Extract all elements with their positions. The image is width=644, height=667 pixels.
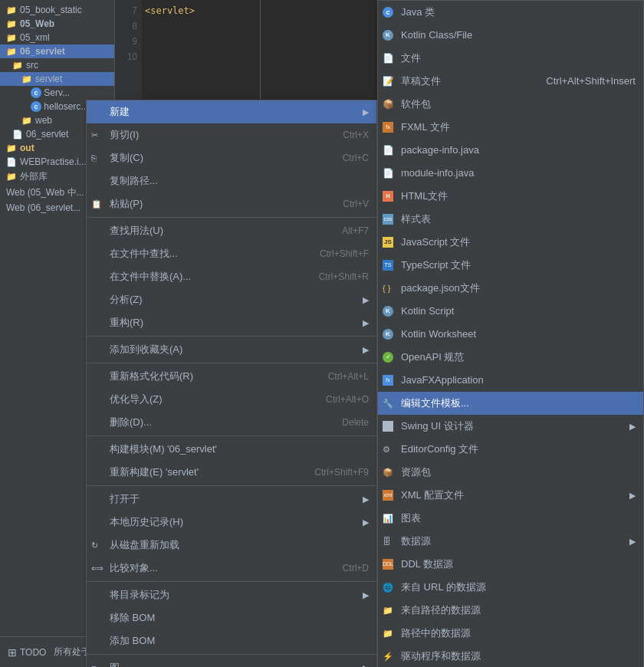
sm-file[interactable]: 📄 文件: [378, 47, 643, 70]
separator-5: [87, 485, 376, 486]
sm-ts[interactable]: TS TypeScript 文件: [378, 254, 643, 277]
ctx-find-usages[interactable]: 查找用法(U) Alt+F7: [87, 219, 376, 242]
sm-javafx[interactable]: fx JavaFXApplication: [378, 369, 643, 392]
sm-kotlin-script[interactable]: K Kotlin Script: [378, 300, 643, 323]
ctx-copy-path[interactable]: 复制路径...: [87, 169, 376, 192]
sm-openapi[interactable]: ✓ OpenAPI 规范: [378, 346, 643, 369]
separator-1: [87, 217, 376, 218]
line-10: 10: [115, 49, 142, 64]
ctx-add-bom[interactable]: 添加 BOM: [87, 629, 376, 652]
driver-ds-icon: ⚡: [383, 648, 393, 665]
ctx-new[interactable]: 新建 ▶: [87, 100, 376, 123]
sm-package-info[interactable]: 📄 package-info.java: [378, 139, 643, 162]
ctx-copy[interactable]: ⎘ 复制(C) Ctrl+C: [87, 146, 376, 169]
ctx-refactor[interactable]: 重构(R) ▶: [87, 311, 376, 334]
scratch-icon: 📝: [383, 73, 394, 90]
ctx-reload[interactable]: ↻ 从磁盘重新加载: [87, 534, 376, 557]
sm-package[interactable]: 📦 软件包: [378, 93, 643, 116]
arrow-icon: ▶: [363, 314, 369, 331]
java-class-icon: c: [383, 7, 393, 18]
ctx-add-favorites[interactable]: 添加到收藏夹(A) ▶: [87, 338, 376, 361]
code-line-1: <servlet>: [142, 3, 260, 18]
ddl-icon: DDL: [383, 559, 393, 570]
kotlin-worksheet-icon: K: [383, 329, 393, 340]
line-9: 9: [115, 34, 142, 49]
ctx-local-history[interactable]: 本地历史记录(H) ▶: [87, 511, 376, 534]
sm-swing-ui[interactable]: Swing UI 设计器 ▶: [378, 415, 643, 438]
ctx-cut[interactable]: ✂ 剪切(I) Ctrl+X: [87, 123, 376, 146]
sm-datasource[interactable]: 🗄 数据源 ▶: [378, 530, 643, 553]
tree-item-src[interactable]: 📁 src: [0, 58, 114, 72]
folder-icon: 📁: [6, 33, 17, 43]
sm-css[interactable]: css 样式表: [378, 208, 643, 231]
sm-html[interactable]: H HTML文件: [378, 185, 643, 208]
kotlin-icon: K: [383, 30, 393, 41]
sm-ddl[interactable]: DDL DDL 数据源: [378, 553, 643, 576]
sm-java-class[interactable]: c Java 类: [378, 1, 643, 24]
context-menu-primary: 新建 ▶ ✂ 剪切(I) Ctrl+X ⎘ 复制(C) Ctrl+C 复制路径.…: [86, 100, 377, 667]
sm-kotlin-class[interactable]: K Kotlin Class/File: [378, 24, 643, 47]
separator-4: [87, 435, 376, 436]
tree-item-servlet-pkg[interactable]: 📁 servlet: [0, 72, 114, 86]
edit-template-icon: 🔧: [383, 395, 393, 412]
openapi-icon: ✓: [383, 352, 393, 363]
package-icon: 📦: [383, 96, 394, 113]
folder-icon: 📁: [6, 143, 17, 153]
scissors-icon: ✂: [91, 127, 98, 143]
todo-section[interactable]: ⊞ TODO: [8, 646, 46, 659]
folder-icon: 📁: [6, 172, 17, 182]
html-icon: H: [383, 191, 393, 202]
folder-icon: 📁: [21, 116, 32, 126]
ctx-reformat[interactable]: 重新格式化代码(R) Ctrl+Alt+L: [87, 365, 376, 388]
arrow-icon: ▶: [629, 533, 636, 550]
tree-item-book-static[interactable]: 📁 05_book_static: [0, 3, 114, 17]
servlet-tag: <servlet>: [145, 5, 195, 16]
sm-xml-config[interactable]: xml XML 配置文件 ▶: [378, 484, 643, 507]
sm-js[interactable]: JS JavaScript 文件: [378, 231, 643, 254]
arrow-icon: ▶: [363, 491, 369, 508]
swing-icon: [383, 421, 393, 432]
folder-icon: 📁: [6, 5, 17, 15]
java-icon: c: [31, 101, 41, 112]
sm-edit-templates[interactable]: 🔧 编辑文件模板...: [378, 392, 643, 415]
tree-item-serv[interactable]: c Serv...: [0, 86, 114, 100]
ctx-mark-dir[interactable]: 将目录标记为 ▶: [87, 583, 376, 606]
ctx-open-in[interactable]: 打开于 ▶: [87, 488, 376, 511]
ctx-paste[interactable]: 📋 粘贴(P) Ctrl+V: [87, 192, 376, 215]
sm-url-ds[interactable]: 🌐 来自 URL 的数据源: [378, 576, 643, 599]
sm-resource-bundle[interactable]: 📦 资源包: [378, 461, 643, 484]
sm-fxml[interactable]: fx FXML 文件: [378, 116, 643, 139]
sm-path-ds[interactable]: 📁 来自路径的数据源: [378, 599, 643, 622]
path-ds2-icon: 📁: [383, 625, 393, 642]
sm-json[interactable]: { } package.json文件: [378, 277, 643, 300]
ctx-diagram[interactable]: ≡ 图 ▶: [87, 656, 376, 667]
ctx-delete[interactable]: 删除(D)... Delete: [87, 411, 376, 434]
ctx-build-module[interactable]: 构建模块(M) '06_servlet': [87, 438, 376, 461]
diagram-icon: ≡: [91, 659, 96, 667]
tree-item-web[interactable]: 📁 05_Web: [0, 17, 114, 31]
sm-kotlin-worksheet[interactable]: K Kotlin Worksheet: [378, 323, 643, 346]
ctx-analyze[interactable]: 分析(Z) ▶: [87, 288, 376, 311]
sm-driver-ds[interactable]: ⚡ 驱动程序和数据源: [378, 645, 643, 667]
todo-grid-icon: ⊞: [8, 646, 17, 659]
javafx-icon: fx: [383, 375, 393, 386]
ctx-replace-in-files[interactable]: 在文件中替换(A)... Ctrl+Shift+R: [87, 265, 376, 288]
tree-item-xml[interactable]: 📁 05_xml: [0, 31, 114, 44]
ctx-optimize-imports[interactable]: 优化导入(Z) Ctrl+Alt+O: [87, 388, 376, 411]
ctx-compare[interactable]: ⟺ 比较对象... Ctrl+D: [87, 557, 376, 580]
resource-icon: 📦: [383, 464, 393, 481]
sm-diagram[interactable]: 📊 图表: [378, 507, 643, 530]
ctx-rebuild[interactable]: 重新构建(E) 'servlet' Ctrl+Shift+F9: [87, 461, 376, 484]
sm-editorconfig[interactable]: ⚙ EditorConfig 文件: [378, 438, 643, 461]
arrow-icon: ▶: [363, 659, 369, 667]
json-icon: { }: [383, 280, 390, 297]
sm-scratch[interactable]: 📝 草稿文件 Ctrl+Alt+Shift+Insert: [378, 70, 643, 93]
ctx-find-in-files[interactable]: 在文件中查找... Ctrl+Shift+F: [87, 242, 376, 265]
code-content: <servlet>: [142, 3, 260, 18]
sm-module-info[interactable]: 📄 module-info.java: [378, 162, 643, 185]
sm-path-ds2[interactable]: 📁 路径中的数据源: [378, 622, 643, 645]
ctx-remove-bom[interactable]: 移除 BOM: [87, 606, 376, 629]
tree-item-servlet[interactable]: 📁 06_servlet: [0, 44, 114, 58]
line-8: 8: [115, 18, 142, 34]
paste-icon: 📋: [91, 196, 102, 212]
